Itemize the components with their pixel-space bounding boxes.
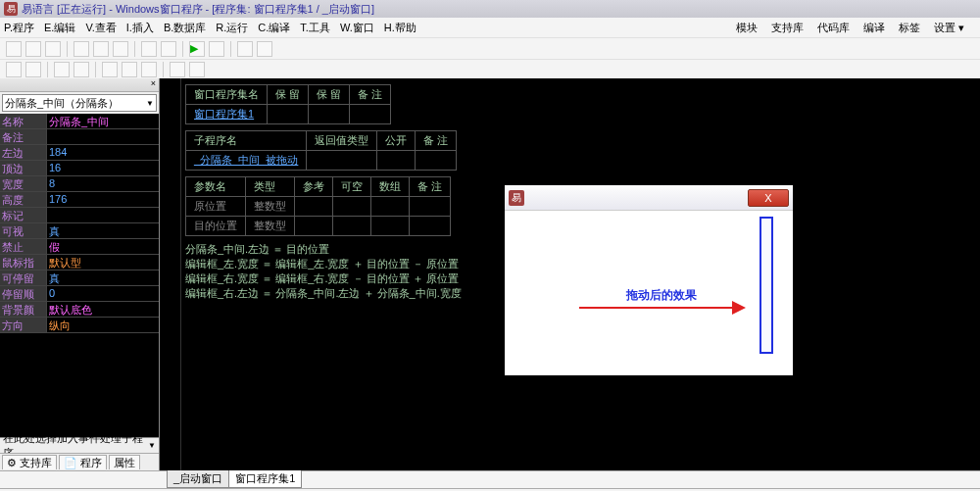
- prop-value[interactable]: 分隔条_中间: [47, 114, 159, 128]
- menu-t[interactable]: T.工具: [300, 21, 330, 35]
- prop-row[interactable]: 禁止假: [0, 239, 159, 255]
- tb-cut[interactable]: [74, 41, 89, 57]
- tb-new[interactable]: [6, 41, 22, 57]
- table-cell[interactable]: [295, 197, 333, 217]
- tb-stop[interactable]: [209, 41, 224, 57]
- panel-close-icon[interactable]: ×: [148, 78, 159, 88]
- prop-value[interactable]: 184: [47, 145, 159, 160]
- table-cell[interactable]: 原位置: [186, 197, 246, 217]
- prop-value[interactable]: 假: [47, 239, 159, 254]
- menu-r[interactable]: R.运行: [216, 21, 248, 35]
- menu-e[interactable]: E.编辑: [44, 21, 75, 35]
- table-cell[interactable]: _分隔条_中间_被拖动: [186, 151, 307, 171]
- tb2-5[interactable]: [102, 62, 118, 77]
- prop-row[interactable]: 停留顺序0: [0, 286, 159, 302]
- table-cell[interactable]: [350, 105, 391, 124]
- prop-row[interactable]: 鼠标指针默认型: [0, 255, 159, 270]
- splitter-bar[interactable]: [760, 217, 773, 354]
- tb2-6[interactable]: [122, 62, 137, 77]
- menu-codelib[interactable]: 代码库: [817, 21, 850, 35]
- prop-value[interactable]: 0: [47, 286, 159, 301]
- prop-row[interactable]: 标记: [0, 208, 159, 223]
- prop-row[interactable]: 备注: [0, 129, 159, 145]
- tb-undo[interactable]: [141, 41, 157, 57]
- prop-row[interactable]: 顶边16: [0, 161, 159, 176]
- table-cell[interactable]: [410, 217, 451, 236]
- prop-row[interactable]: 方向纵向: [0, 318, 159, 333]
- menu-w[interactable]: W.窗口: [340, 21, 374, 35]
- menu-h[interactable]: H.帮助: [384, 21, 416, 35]
- menu-tag[interactable]: 标签: [899, 21, 920, 35]
- menu-p[interactable]: P.程序: [4, 21, 34, 35]
- tb-paste[interactable]: [113, 41, 128, 57]
- table-cell[interactable]: [371, 217, 410, 236]
- prop-value[interactable]: [47, 208, 159, 222]
- menu-config[interactable]: 设置 ▾: [934, 21, 964, 35]
- prop-value[interactable]: 默认型: [47, 255, 159, 270]
- menu-compile[interactable]: 编译: [863, 21, 885, 35]
- table-cell[interactable]: 整数型: [246, 217, 295, 236]
- tb-copy[interactable]: [93, 41, 109, 57]
- table-cell[interactable]: [307, 151, 377, 171]
- tb-misc1[interactable]: [237, 41, 253, 57]
- table-cell[interactable]: 窗口程序集1: [186, 105, 268, 124]
- table-cell[interactable]: [371, 197, 410, 217]
- prop-label: 标记: [0, 208, 47, 222]
- tab-startwin[interactable]: _启动窗口: [167, 470, 229, 488]
- menu-module[interactable]: 模块: [736, 21, 758, 35]
- menu-b[interactable]: B.数据库: [164, 21, 206, 35]
- tb2-8[interactable]: [170, 62, 185, 77]
- prop-value[interactable]: 真: [47, 270, 159, 285]
- prop-row[interactable]: 宽度8: [0, 176, 159, 192]
- prop-row[interactable]: 背景颜色默认底色: [0, 302, 159, 318]
- prop-value[interactable]: 16: [47, 161, 159, 175]
- tb-open[interactable]: [25, 41, 41, 57]
- table-cell[interactable]: 目的位置: [186, 217, 246, 236]
- tab-prog[interactable]: 📄 程序: [59, 455, 107, 469]
- object-selector[interactable]: 分隔条_中间（分隔条） ▼: [2, 94, 157, 112]
- title-bar: 易 易语言 [正在运行] - Windows窗口程序 - [程序集: 窗口程序集…: [0, 0, 980, 18]
- event-selector[interactable]: 在此处选择加入事件处理子程序▼: [0, 437, 159, 453]
- preview-titlebar[interactable]: 易 X: [505, 185, 793, 211]
- prop-value[interactable]: [47, 129, 159, 144]
- prop-value[interactable]: 默认底色: [47, 302, 159, 317]
- tb2-1[interactable]: [6, 62, 22, 77]
- table-header: 可空: [333, 177, 371, 197]
- tab-lib[interactable]: ⚙ 支持库: [2, 455, 57, 469]
- table-cell[interactable]: 整数型: [246, 197, 295, 217]
- prop-row[interactable]: 左边184: [0, 145, 159, 161]
- menu-lib[interactable]: 支持库: [771, 21, 804, 35]
- prop-row[interactable]: 可视真: [0, 223, 159, 239]
- prop-value[interactable]: 176: [47, 192, 159, 207]
- tab-progset1[interactable]: 窗口程序集1: [228, 470, 302, 488]
- table-cell[interactable]: [410, 197, 451, 217]
- tb-redo[interactable]: [161, 41, 176, 57]
- prop-value[interactable]: 纵向: [47, 318, 159, 332]
- tb2-4[interactable]: [74, 62, 89, 77]
- prop-row[interactable]: 名称分隔条_中间: [0, 114, 159, 129]
- table-cell[interactable]: [295, 217, 333, 236]
- tb-misc2[interactable]: [257, 41, 272, 57]
- table-cell[interactable]: [333, 217, 371, 236]
- prop-row[interactable]: 高度176: [0, 192, 159, 208]
- table-cell[interactable]: [268, 105, 309, 124]
- tb-save[interactable]: [45, 41, 61, 57]
- table-cell[interactable]: [333, 197, 371, 217]
- tb2-3[interactable]: [54, 62, 70, 77]
- tab-prop[interactable]: 属性: [109, 455, 140, 469]
- tb2-9[interactable]: [189, 62, 205, 77]
- menu-v[interactable]: V.查看: [85, 21, 116, 35]
- table-cell[interactable]: [416, 151, 457, 171]
- tb-run[interactable]: ▶: [189, 41, 205, 57]
- close-button[interactable]: X: [748, 189, 789, 207]
- table-cell[interactable]: [309, 105, 350, 124]
- prop-value[interactable]: 真: [47, 223, 159, 238]
- table-cell[interactable]: [377, 151, 416, 171]
- tb2-2[interactable]: [25, 62, 41, 77]
- prop-label: 方向: [0, 318, 47, 332]
- prop-value[interactable]: 8: [47, 176, 159, 191]
- tb2-7[interactable]: [141, 62, 157, 77]
- menu-c[interactable]: C.编译: [258, 21, 290, 35]
- prop-row[interactable]: 可停留焦点真: [0, 270, 159, 286]
- menu-i[interactable]: I.插入: [126, 21, 154, 35]
